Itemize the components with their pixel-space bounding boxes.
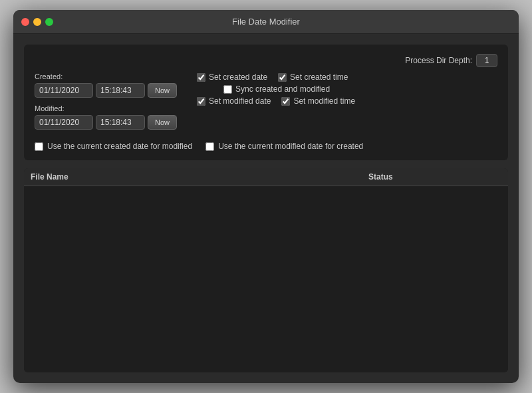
process-dir-input[interactable] xyxy=(476,54,497,67)
use-created-for-modified-item: Use the current created date for modifie… xyxy=(35,142,192,151)
traffic-lights xyxy=(21,18,53,26)
settings-panel: Process Dir Depth: Created: Now Modified… xyxy=(24,45,508,160)
close-button[interactable] xyxy=(21,18,29,26)
sync-created-modified-checkbox[interactable] xyxy=(223,85,232,94)
set-created-date-item: Set created date xyxy=(197,72,267,82)
created-field-row: Now xyxy=(35,83,177,98)
modified-now-button[interactable]: Now xyxy=(148,115,177,130)
bottom-checkboxes: Use the current created date for modifie… xyxy=(35,142,497,151)
use-modified-for-created-checkbox[interactable] xyxy=(205,142,214,151)
set-created-date-checkbox[interactable] xyxy=(197,73,205,82)
sync-created-modified-item: Sync created and modified xyxy=(223,84,330,94)
set-modified-date-label: Set modified date xyxy=(209,96,271,106)
modified-label: Modified: xyxy=(35,104,177,112)
created-time-input[interactable] xyxy=(96,83,145,98)
set-created-time-item: Set created time xyxy=(278,72,348,82)
set-created-date-label: Set created date xyxy=(209,72,267,82)
table-body xyxy=(24,186,508,372)
created-label: Created: xyxy=(35,72,177,80)
file-table: File Name Status xyxy=(24,168,508,372)
process-dir-row: Process Dir Depth: xyxy=(35,54,497,67)
main-window: File Date Modifier Process Dir Depth: Cr… xyxy=(13,10,519,383)
created-now-button[interactable]: Now xyxy=(148,83,177,98)
created-date-input[interactable] xyxy=(35,83,93,98)
titlebar: File Date Modifier xyxy=(13,10,519,34)
use-created-for-modified-label: Use the current created date for modifie… xyxy=(47,142,192,151)
checkbox-section: Set created date Set created time Sync c… xyxy=(197,72,355,106)
set-modified-date-checkbox[interactable] xyxy=(197,97,205,106)
minimize-button[interactable] xyxy=(33,18,41,26)
use-created-for-modified-checkbox[interactable] xyxy=(35,142,43,151)
use-modified-for-created-label: Use the current modified date for create… xyxy=(218,142,363,151)
maximize-button[interactable] xyxy=(45,18,53,26)
set-modified-time-label: Set modified time xyxy=(293,96,355,106)
date-fields-section: Created: Now Modified: Now xyxy=(35,72,177,136)
use-modified-for-created-item: Use the current modified date for create… xyxy=(205,142,363,151)
modified-field-row: Now xyxy=(35,115,177,130)
sync-created-modified-label: Sync created and modified xyxy=(235,84,330,94)
content-area: Process Dir Depth: Created: Now Modified… xyxy=(13,34,519,383)
col-status-header: Status xyxy=(368,172,501,182)
process-dir-label: Process Dir Depth: xyxy=(405,56,472,65)
table-header: File Name Status xyxy=(24,168,508,186)
modified-time-input[interactable] xyxy=(96,115,145,130)
set-created-time-label: Set created time xyxy=(290,72,348,82)
set-created-time-checkbox[interactable] xyxy=(278,73,287,82)
modified-date-input[interactable] xyxy=(35,115,93,130)
col-filename-header: File Name xyxy=(31,172,368,182)
set-modified-time-checkbox[interactable] xyxy=(281,97,290,106)
set-modified-time-item: Set modified time xyxy=(281,96,355,106)
window-title: File Date Modifier xyxy=(232,17,300,27)
set-modified-date-item: Set modified date xyxy=(197,96,271,106)
